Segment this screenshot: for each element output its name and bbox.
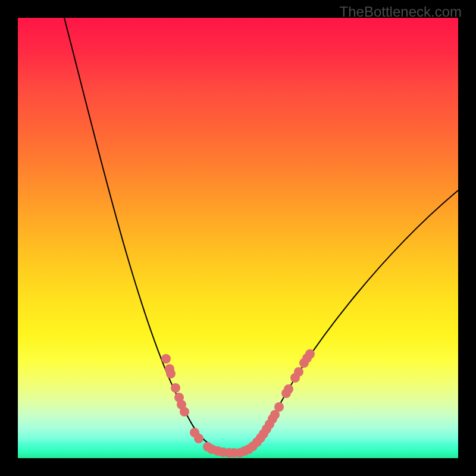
v-curve-path — [64, 18, 458, 452]
data-marker — [180, 407, 189, 416]
data-marker — [294, 367, 303, 377]
data-marker — [194, 434, 203, 443]
marker-group — [161, 349, 315, 458]
plot-area — [18, 18, 458, 458]
data-marker — [166, 369, 176, 378]
attribution-text: TheBottleneck.com — [340, 4, 462, 20]
curve-group — [64, 18, 458, 452]
data-marker — [305, 349, 315, 359]
data-marker — [284, 384, 293, 394]
data-marker — [161, 354, 171, 364]
data-marker — [274, 402, 284, 412]
chart-svg — [18, 18, 458, 458]
data-marker — [171, 383, 180, 393]
